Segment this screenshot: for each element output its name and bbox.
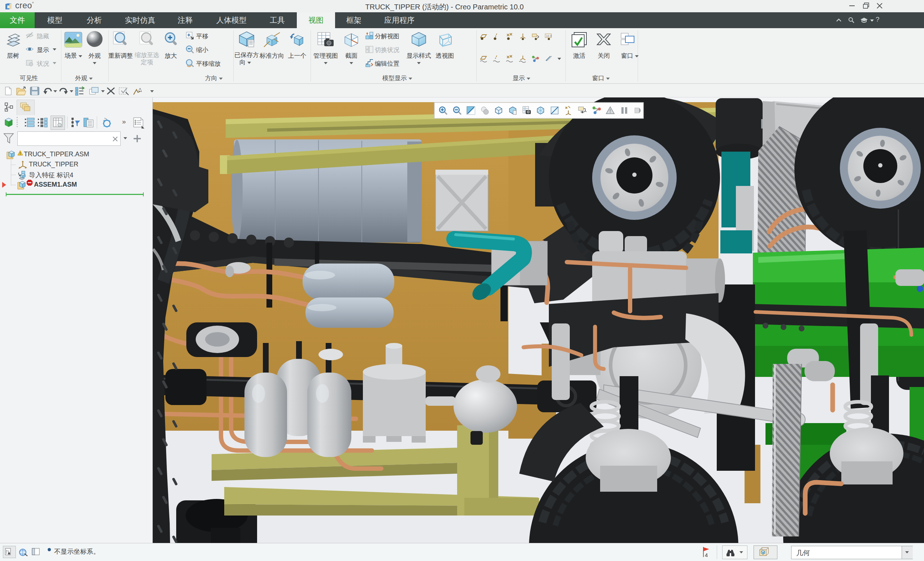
svg-text:10.0: 10.0 xyxy=(546,34,552,38)
svg-text:4: 4 xyxy=(705,552,708,558)
